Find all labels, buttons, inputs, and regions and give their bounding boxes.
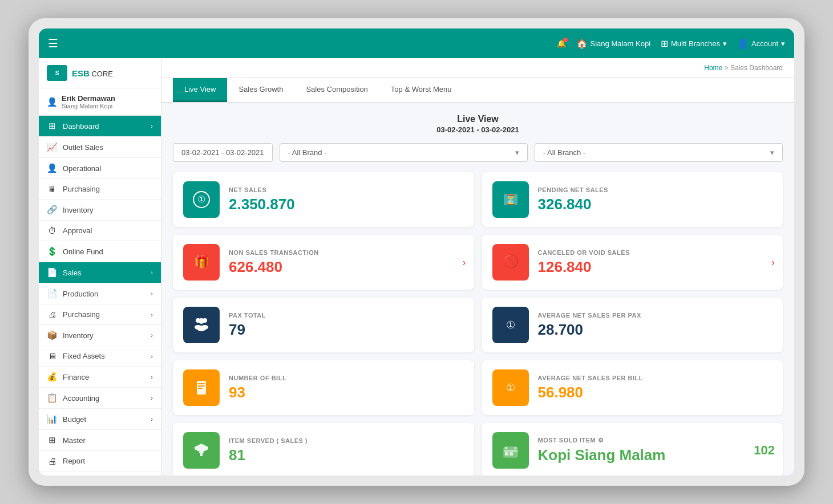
bill-icon [183, 369, 220, 406]
tab-sales-composition-label: Sales Composition [306, 85, 367, 94]
most-sold-value: Kopi Siang Malam [538, 446, 773, 464]
tab-top-worst-menu[interactable]: Top & Worst Menu [379, 78, 463, 102]
page-title-section: Live View 03-02-2021 - 03-02-2021 [173, 114, 783, 134]
tab-live-view-label: Live View [184, 85, 216, 94]
brand-logo: S [47, 65, 67, 81]
canceled-icon: 🚫 [492, 244, 529, 281]
sidebar-item-label: Online Fund [63, 247, 103, 256]
avg-pax-value: 28.700 [538, 321, 773, 339]
sidebar-item-label: Report [63, 457, 85, 465]
card-avg-bill: ① AVERAGE NET SALES PER BILL 56.980 [482, 360, 783, 415]
sidebar-item-outlet-sales[interactable]: 📈 Outlet Sales [39, 137, 161, 158]
branch-filter[interactable]: - All Branch - ▾ [535, 143, 783, 162]
item-served-icon [183, 432, 220, 469]
item-served-label: ITEM SERVED ( SALES ) [229, 437, 464, 444]
top-bar-right: 🔔 🏠 Siang Malam Kopi ⊞ Multi Branches ▾ … [557, 38, 785, 49]
user-outlet: Siang Malam Kopi [62, 103, 115, 109]
sidebar-item-label: Approval [63, 226, 92, 235]
brand-filter-arrow: ▾ [515, 148, 519, 157]
sidebar-item-purchasing-top[interactable]: 🖩 Purchasing [39, 179, 161, 200]
operational-icon: 👤 [47, 163, 57, 173]
sidebar-item-budget[interactable]: 📊 Budget › [39, 409, 161, 430]
brand-filter[interactable]: - All Brand - ▾ [280, 143, 528, 162]
canceled-arrow[interactable]: › [771, 257, 775, 269]
account-arrow: ▾ [781, 39, 785, 48]
avg-bill-info: AVERAGE NET SALES PER BILL 56.980 [538, 375, 773, 401]
svg-rect-16 [198, 388, 203, 389]
tab-sales-composition[interactable]: Sales Composition [294, 78, 379, 102]
breadcrumb: Home > Sales Dashboard [704, 64, 783, 72]
sidebar-item-inventory[interactable]: 🔗 Inventory [39, 200, 161, 221]
svg-text:⏳: ⏳ [504, 193, 517, 206]
sidebar-item-label: Outlet Sales [63, 143, 103, 152]
accounting-arrow: › [151, 395, 153, 401]
sidebar-item-inventory2[interactable]: 📦 Inventory › [39, 325, 161, 346]
svg-marker-18 [195, 444, 208, 453]
date-filter[interactable]: 03-02-2021 - 03-02-2021 [173, 143, 273, 162]
store-label: Siang Malam Kopi [591, 39, 651, 48]
purchasing-arrow: › [151, 311, 153, 318]
svg-rect-20 [200, 453, 203, 456]
brand-filter-value: - All Brand - [288, 148, 327, 157]
budget-icon: 📊 [47, 414, 57, 424]
user-avatar-icon: 👤 [47, 97, 58, 107]
sidebar-item-accounting[interactable]: 📋 Accounting › [39, 388, 161, 409]
purchasing-icon: 🖨 [47, 310, 57, 319]
net-sales-label: NET SALES [229, 186, 464, 193]
sidebar-user: 👤 Erik Dermawan Siang Malam Kopi [39, 88, 161, 116]
notification-button[interactable]: 🔔 [557, 39, 566, 48]
page-title: Live View [173, 114, 783, 124]
svg-rect-14 [198, 383, 205, 384]
inventory2-arrow: › [151, 332, 153, 339]
account-label: Account [751, 39, 778, 48]
branches-icon: ⊞ [661, 38, 668, 49]
bill-label: NUMBER OF BILL [229, 375, 464, 381]
hamburger-icon[interactable]: ☰ [48, 36, 58, 50]
brand-logo-text: S [55, 70, 59, 76]
main-layout: S ESB CORE 👤 Erik Dermawan Siang Malam K… [39, 58, 794, 475]
svg-text:①: ① [197, 194, 205, 204]
net-sales-info: NET SALES 2.350.870 [229, 186, 464, 213]
tab-sales-growth[interactable]: Sales Growth [227, 78, 294, 102]
card-pending-net-sales: ⏳ PENDING NET SALES 326.840 [482, 172, 783, 227]
tablet-inner: ☰ 🔔 🏠 Siang Malam Kopi ⊞ Multi Branches … [39, 29, 794, 475]
sidebar-item-label: Operational [63, 164, 101, 173]
sidebar-item-master[interactable]: ⊞ Master [39, 430, 161, 451]
sales-icon: 📄 [47, 267, 57, 278]
svg-rect-19 [199, 452, 204, 453]
card-number-bill: NUMBER OF BILL 93 [173, 360, 474, 415]
sidebar-item-label: Purchasing [63, 185, 100, 193]
inventory2-icon: 📦 [47, 330, 57, 340]
inventory-icon: 🔗 [47, 205, 57, 215]
sidebar-item-online-fund[interactable]: 💲 Online Fund [39, 241, 161, 262]
sidebar-item-sales[interactable]: 📄 Sales › [39, 262, 161, 283]
store-selector[interactable]: 🏠 Siang Malam Kopi [576, 38, 651, 49]
fixed-assets-arrow: › [151, 353, 153, 360]
non-sales-arrow[interactable]: › [463, 257, 466, 269]
sidebar-item-approval[interactable]: ⏱ Approval [39, 221, 161, 241]
sidebar-item-fixed-assets[interactable]: 🖥 Fixed Assets › [39, 346, 161, 367]
pending-icon: ⏳ [492, 181, 529, 218]
account-selector[interactable]: 👤 Account ▾ [737, 38, 785, 49]
sidebar-item-dashboard[interactable]: ⊞ Dashboard › [39, 116, 161, 137]
card-canceled-sales: 🚫 CANCELED OR VOID SALES 126.840 › [482, 235, 783, 290]
notification-dot [563, 38, 568, 42]
sidebar-item-production[interactable]: 📄 Production › [39, 283, 161, 304]
item-served-value: 81 [229, 446, 464, 464]
production-icon: 📄 [47, 288, 57, 299]
net-sales-value: 2.350.870 [229, 196, 464, 213]
sidebar-item-finance[interactable]: 💰 Finance › [39, 367, 161, 388]
sidebar-item-label: Inventory [63, 206, 93, 214]
sidebar-item-report[interactable]: 🖨 Report [39, 451, 161, 472]
bill-info: NUMBER OF BILL 93 [229, 375, 464, 401]
branches-selector[interactable]: ⊞ Multi Branches ▾ [661, 38, 727, 49]
sidebar-item-operational[interactable]: 👤 Operational [39, 158, 161, 179]
non-sales-value: 626.480 [229, 258, 464, 276]
date-filter-value: 03-02-2021 - 03-02-2021 [181, 148, 264, 157]
tab-live-view[interactable]: Live View [173, 78, 227, 102]
breadcrumb-home[interactable]: Home [704, 64, 722, 72]
sidebar-item-label: Fixed Assets [63, 352, 105, 360]
sidebar-item-label: Sales [63, 269, 82, 277]
sidebar-item-purchasing[interactable]: 🖨 Purchasing › [39, 304, 161, 325]
branch-filter-arrow: ▾ [770, 148, 774, 157]
